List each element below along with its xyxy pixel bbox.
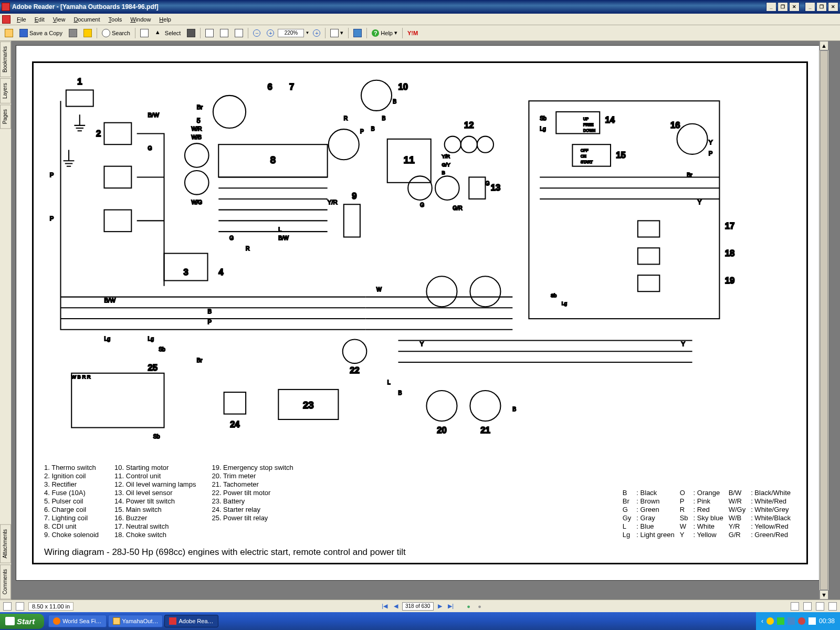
svg-text:25: 25 xyxy=(148,363,157,373)
tab-pages[interactable]: Pages xyxy=(0,104,11,129)
svg-point-29 xyxy=(435,176,459,200)
legend-item-3: 3. Rectifier xyxy=(44,480,99,488)
page-number-input[interactable] xyxy=(402,602,434,611)
zoom-actual-button[interactable] xyxy=(203,27,216,39)
svg-point-19 xyxy=(329,129,359,160)
svg-text:11: 11 xyxy=(404,154,415,165)
system-tray[interactable]: ‹ 00:38 xyxy=(756,612,840,630)
tray-icon-5[interactable] xyxy=(808,617,816,625)
tab-bookmarks[interactable]: Bookmarks xyxy=(0,41,11,77)
legend-item-14: 14. Power tilt switch xyxy=(114,497,196,505)
zoom-in-button[interactable]: + xyxy=(264,27,277,39)
menu-edit[interactable]: Edit xyxy=(30,15,49,24)
email-button[interactable] xyxy=(81,27,94,39)
continuous-button[interactable] xyxy=(803,602,812,611)
page-dimensions: 8.50 x 11.00 in xyxy=(28,602,74,611)
tray-icon-2[interactable] xyxy=(777,617,784,625)
doc-restore-button[interactable]: ❐ xyxy=(816,2,827,12)
open-button[interactable] xyxy=(2,27,16,39)
menu-file[interactable]: File xyxy=(13,15,30,24)
svg-text:P: P xyxy=(360,129,364,134)
menu-view[interactable]: View xyxy=(49,15,70,24)
zoom-width-button[interactable] xyxy=(232,27,246,39)
adobe-icon xyxy=(169,617,176,625)
continuous-facing-button[interactable] xyxy=(828,602,837,611)
restore-button[interactable]: ❐ xyxy=(778,2,788,12)
select-tool-button[interactable]: ▲Select xyxy=(152,27,184,39)
save-copy-button[interactable]: Save a Copy xyxy=(17,27,65,39)
doc-close-button[interactable]: ✕ xyxy=(828,2,838,12)
svg-point-49 xyxy=(426,391,457,421)
tray-icon-4[interactable] xyxy=(798,617,805,625)
back-view-button[interactable]: ● xyxy=(464,602,474,611)
scroll-up-button[interactable]: ▲ xyxy=(820,41,828,50)
document-viewport[interactable]: 1 2 67 5 8 3 4 10 11 9 12 13 xyxy=(12,41,840,600)
svg-rect-55 xyxy=(224,392,246,414)
yahoo-button[interactable]: Y!M xyxy=(405,27,421,39)
zoom-fit-button[interactable] xyxy=(217,27,231,39)
first-page-button[interactable]: |◀ xyxy=(380,602,390,611)
help-button[interactable]: ?Help▾ xyxy=(369,27,400,39)
legend-item-16: 16. Buzzer xyxy=(114,514,196,522)
windows-icon xyxy=(5,617,15,625)
rotate-button[interactable]: ▾ xyxy=(328,27,346,39)
nav-pane-tabs: Bookmarks Layers Pages Attachments Comme… xyxy=(0,41,12,600)
taskbar-item-1[interactable]: World Sea Fi… xyxy=(48,615,106,627)
vertical-scrollbar[interactable]: ▲ ▼ xyxy=(819,41,828,600)
menu-window[interactable]: Window xyxy=(126,15,155,24)
menu-tools[interactable]: Tools xyxy=(104,15,127,24)
zoom-out-button[interactable]: − xyxy=(250,27,263,39)
search-button[interactable]: Search xyxy=(99,27,133,39)
snapshot-button[interactable] xyxy=(184,27,198,39)
doc-minimize-button[interactable]: _ xyxy=(805,2,815,12)
svg-text:Br: Br xyxy=(687,172,692,178)
legend-item-13: 13. Oil level sensor xyxy=(114,489,196,497)
zoom-in-2-button[interactable]: + xyxy=(310,27,323,39)
legend-item-22: 22. Power tilt motor xyxy=(212,489,293,497)
svg-text:B/W: B/W xyxy=(104,297,116,303)
tray-icon-3[interactable] xyxy=(788,617,795,625)
menu-help[interactable]: Help xyxy=(155,15,175,24)
zoom-dropdown[interactable]: ▼ xyxy=(305,30,309,35)
tab-layers[interactable]: Layers xyxy=(0,78,11,103)
svg-text:G: G xyxy=(485,181,489,186)
single-page-button[interactable] xyxy=(791,602,799,611)
taskbar-item-2[interactable]: YamahaOut… xyxy=(108,615,163,627)
minimize-button[interactable]: _ xyxy=(766,2,776,12)
svg-text:10: 10 xyxy=(398,82,407,92)
page-layout-icon-2[interactable] xyxy=(16,602,24,611)
prev-page-button[interactable]: ◀ xyxy=(391,602,401,611)
last-page-button[interactable]: ▶| xyxy=(446,602,456,611)
svg-point-46 xyxy=(470,276,500,307)
hand-tool-button[interactable] xyxy=(138,27,151,39)
tray-icon-1[interactable] xyxy=(766,617,774,625)
svg-text:Sb: Sb xyxy=(540,116,547,121)
zoom-level-input[interactable] xyxy=(278,29,304,37)
svg-text:B: B xyxy=(442,170,445,175)
svg-text:Br: Br xyxy=(197,358,203,363)
scroll-thumb[interactable] xyxy=(820,50,828,590)
svg-point-24 xyxy=(445,136,461,153)
tray-chevron-icon[interactable]: ‹ xyxy=(761,617,763,625)
ebook-button[interactable] xyxy=(351,27,364,39)
svg-text:Y: Y xyxy=(420,341,424,347)
svg-text:B/W: B/W xyxy=(148,112,159,118)
taskbar-item-3[interactable]: Adobe Rea… xyxy=(164,615,218,627)
legend-item-24: 24. Starter relay xyxy=(212,506,293,513)
scroll-down-button[interactable]: ▼ xyxy=(820,590,828,600)
menu-document[interactable]: Document xyxy=(69,15,104,24)
tab-comments[interactable]: Comments xyxy=(0,564,11,599)
facing-button[interactable] xyxy=(816,602,824,611)
page-layout-icon[interactable] xyxy=(3,602,12,611)
start-button[interactable]: Start xyxy=(0,614,44,629)
schematic-svg: 1 2 67 5 8 3 4 10 11 9 12 13 xyxy=(39,68,801,460)
plus-icon: + xyxy=(267,29,274,37)
svg-point-9 xyxy=(185,143,209,167)
close-button[interactable]: ✕ xyxy=(789,2,800,12)
print-button[interactable] xyxy=(66,27,80,39)
next-page-button[interactable]: ▶ xyxy=(435,602,445,611)
forward-view-button[interactable]: ● xyxy=(475,602,485,611)
clock[interactable]: 00:38 xyxy=(819,617,835,625)
svg-text:12: 12 xyxy=(464,120,474,130)
tab-attachments[interactable]: Attachments xyxy=(0,524,11,563)
